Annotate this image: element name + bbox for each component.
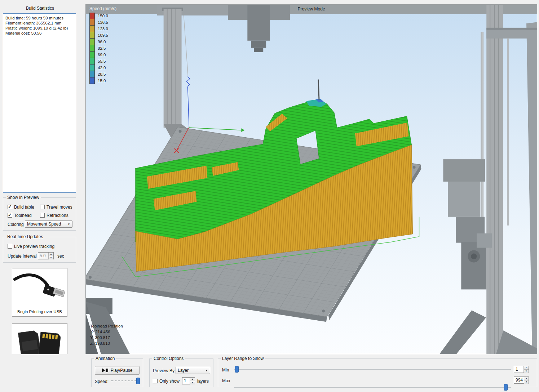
layer-range-group: Layer Range to Show Min 1 ▲▼ Max 994 ▲▼ xyxy=(218,358,537,387)
travel-moves-checkbox[interactable] xyxy=(40,205,45,209)
legend-entry: 15.0 xyxy=(89,77,116,84)
legend-entry: 69.0 xyxy=(89,52,116,58)
only-show-checkbox-row[interactable]: Only show xyxy=(153,378,180,384)
legend-color-swatch xyxy=(89,45,95,52)
spinner-arrows[interactable]: ▲▼ xyxy=(523,366,529,373)
only-show-value: 1 xyxy=(182,378,190,384)
speed-legend: Speed (mm/s) 150.0 136.5 123.0 109.5 96.… xyxy=(89,6,116,84)
spinner-arrows[interactable]: ▲▼ xyxy=(524,377,529,383)
update-interval-spinner[interactable]: 5.0 ▲▼ xyxy=(38,252,54,259)
animation-speed-slider[interactable] xyxy=(111,377,140,384)
max-value-spinner[interactable]: 994 ▲▼ xyxy=(514,377,529,384)
only-show-checkbox[interactable] xyxy=(153,379,158,383)
only-show-label: Only show xyxy=(159,379,180,384)
only-show-spinner[interactable]: 1 ▲▼ xyxy=(182,377,195,384)
toolhead-label: Toolhead xyxy=(14,213,32,218)
legend-entry: 136.5 xyxy=(89,19,116,26)
build-statistics-box: Build time: 59 hours 59 minutes Filament… xyxy=(3,13,76,193)
max-slider-thumb[interactable] xyxy=(504,384,508,391)
checkbox-live-preview[interactable]: Live preview tracking xyxy=(8,244,54,249)
begin-printing-usb-label: Begin Printing over USB xyxy=(12,309,67,316)
slider-groove xyxy=(234,369,511,370)
toolhead-position-title: Toolhead Position xyxy=(90,323,123,329)
legend-color-swatch xyxy=(89,77,95,84)
preview-mode-title: Preview Mode xyxy=(86,6,537,12)
legend-color-swatch xyxy=(89,32,95,39)
show-in-preview-group: Show in Preview Build table Travel moves… xyxy=(3,197,76,231)
legend-value: 123.0 xyxy=(98,27,108,31)
legend-value: 69.0 xyxy=(98,53,106,57)
live-preview-label: Live preview tracking xyxy=(14,244,54,249)
bottom-control-bar: Animation Play/Pause Speed: Control Opti… xyxy=(0,354,539,392)
update-interval-value: 5.0 xyxy=(38,253,48,259)
build-statistics-title: Build Statistics xyxy=(0,6,80,11)
legend-color-swatch xyxy=(89,13,95,19)
coloring-value: Movement Speed xyxy=(27,222,61,227)
chevron-down-icon: ▼ xyxy=(67,223,70,226)
build-table-label: Build table xyxy=(14,205,34,210)
slider-groove xyxy=(111,380,140,381)
speed-label: Speed: xyxy=(95,379,109,384)
min-layer-slider[interactable] xyxy=(234,366,511,373)
speed-legend-title: Speed (mm/s) xyxy=(89,6,116,11)
legend-color-swatch xyxy=(89,52,95,58)
retractions-label: Retractions xyxy=(47,213,69,218)
spinner-arrows[interactable]: ▲▼ xyxy=(190,378,195,384)
animation-group: Animation Play/Pause Speed: xyxy=(91,358,143,387)
spinner-arrows[interactable]: ▲▼ xyxy=(48,253,53,259)
checkbox-retractions[interactable]: Retractions xyxy=(40,213,69,218)
speed-slider-thumb[interactable] xyxy=(136,378,140,384)
legend-color-swatch xyxy=(89,26,95,32)
min-slider-thumb[interactable] xyxy=(235,366,239,373)
legend-value: 96.0 xyxy=(98,40,106,44)
min-value: 1 xyxy=(514,366,523,373)
layers-label: layers xyxy=(197,379,209,384)
toolhead-checkbox[interactable] xyxy=(8,213,12,218)
legend-color-swatch xyxy=(89,64,95,71)
play-pause-button[interactable]: Play/Pause xyxy=(95,366,140,375)
preview-3d-viewport[interactable]: Preview Mode Speed (mm/s) 150.0 136.5 12… xyxy=(85,4,537,354)
legend-value: 28.5 xyxy=(98,72,106,76)
legend-entry: 150.0 xyxy=(89,13,116,19)
realtime-updates-group: Real-time Updates Live preview tracking … xyxy=(3,237,76,263)
legend-color-swatch xyxy=(89,39,95,45)
play-pause-icon xyxy=(102,368,108,373)
legend-value: 136.5 xyxy=(98,20,108,24)
checkbox-build-table[interactable]: Build table xyxy=(8,204,34,210)
legend-color-swatch xyxy=(89,19,95,26)
legend-value: 109.5 xyxy=(98,33,108,37)
coloring-dropdown[interactable]: Movement Speed ▼ xyxy=(25,220,72,228)
begin-printing-usb-button[interactable]: Begin Printing over USB xyxy=(12,268,67,317)
stat-build-time: Build time: 59 hours 59 minutes xyxy=(5,15,74,21)
legend-entry: 55.5 xyxy=(89,58,116,64)
preview-by-dropdown[interactable]: Layer ▼ xyxy=(176,367,210,374)
live-preview-checkbox[interactable] xyxy=(8,244,12,249)
stat-material-cost: Material cost: 50.56 xyxy=(5,31,74,36)
usb-cable-image xyxy=(12,268,67,309)
legend-entry: 28.5 xyxy=(89,71,116,77)
control-options-group: Control Options Preview By Layer ▼ Only … xyxy=(149,358,213,387)
update-interval-label: Update interval xyxy=(8,254,37,259)
stat-filament-length: Filament length: 365562.1 mm xyxy=(5,21,74,26)
build-table-checkbox[interactable] xyxy=(8,205,12,209)
legend-entry: 42.0 xyxy=(89,64,116,71)
legend-value: 15.0 xyxy=(98,79,106,83)
layer-range-title: Layer Range to Show xyxy=(221,356,265,361)
travel-moves-label: Travel moves xyxy=(47,205,72,210)
control-options-title: Control Options xyxy=(152,356,185,361)
legend-entry: 123.0 xyxy=(89,26,116,32)
toolhead-position-readout: Toolhead Position X: 214.456 Y: 300.817 … xyxy=(90,323,123,346)
legend-value: 82.5 xyxy=(98,46,106,50)
max-label: Max xyxy=(222,378,230,383)
checkbox-travel-moves[interactable]: Travel moves xyxy=(40,204,72,210)
realtime-updates-title: Real-time Updates xyxy=(6,234,44,239)
show-in-preview-title: Show in Preview xyxy=(6,195,41,200)
legend-color-swatch xyxy=(89,58,95,64)
max-layer-slider[interactable] xyxy=(234,384,511,391)
retractions-checkbox[interactable] xyxy=(40,213,45,218)
checkbox-toolhead[interactable]: Toolhead xyxy=(8,213,32,218)
animation-title: Animation xyxy=(94,356,116,361)
min-value-spinner[interactable]: 1 ▲▼ xyxy=(514,366,529,373)
legend-color-swatch xyxy=(89,71,95,77)
slider-groove xyxy=(234,387,511,388)
